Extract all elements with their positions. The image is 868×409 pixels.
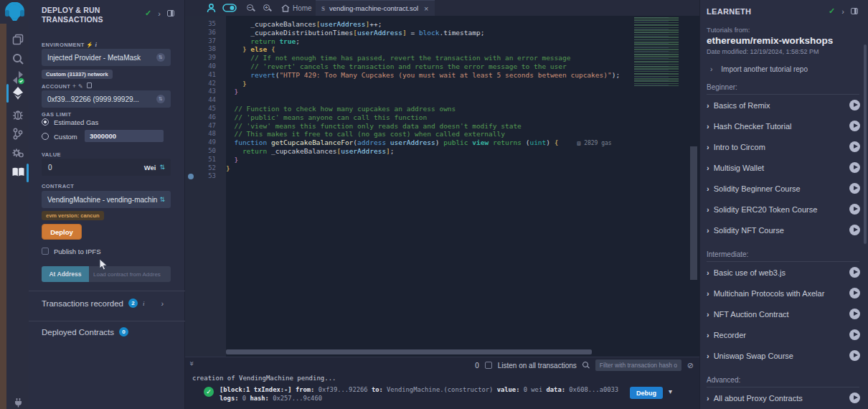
- clear-console-icon[interactable]: ⊘: [687, 361, 694, 370]
- tutorial-play-icon[interactable]: [849, 141, 860, 152]
- plugin-manager-icon[interactable]: [7, 144, 29, 161]
- tutorial-expand-icon: ›: [707, 352, 709, 360]
- vertical-scrollbar[interactable]: [690, 146, 697, 280]
- tutorial-item[interactable]: ›Basics of Remix: [700, 95, 868, 116]
- learneth-pin-icon[interactable]: [851, 8, 858, 14]
- tutorial-item[interactable]: ›Multisig Wallet: [700, 157, 868, 178]
- code-line: 39 // If not enough time has passed, rev…: [185, 54, 699, 62]
- tutorial-item[interactable]: ›Uniswap Swap Course: [700, 345, 868, 366]
- search-icon[interactable]: [7, 50, 29, 67]
- add-account-icon[interactable]: +: [72, 83, 77, 90]
- terminal-pending-line: creation of VendingMachine pending...: [192, 375, 336, 382]
- tutorial-item[interactable]: ›Recorder: [700, 324, 868, 345]
- transactions-expand-icon[interactable]: ›: [161, 299, 164, 308]
- value-input[interactable]: 0: [42, 164, 144, 171]
- account-settings-icon[interactable]: [156, 95, 165, 103]
- tutorial-item[interactable]: ›Multichain Protocols with Axelar: [700, 283, 868, 304]
- plugin-connector-icon[interactable]: [7, 393, 29, 409]
- learneth-scrollbar[interactable]: [864, 44, 867, 244]
- listen-all-checkbox[interactable]: [485, 362, 492, 369]
- transactions-recorded-label: Transactions recorded: [42, 299, 123, 308]
- tutorial-play-icon[interactable]: [849, 100, 860, 111]
- tx-log[interactable]: [block:1 txIndex:-] from: 0xf39...92266 …: [220, 386, 625, 403]
- file-explorer-icon[interactable]: [7, 31, 29, 48]
- deploy-run-icon[interactable]: [7, 85, 29, 102]
- solidity-compiler-icon[interactable]: [7, 69, 29, 86]
- deployed-contracts-row[interactable]: Deployed Contracts 0: [42, 327, 128, 337]
- debugger-icon[interactable]: [7, 105, 29, 123]
- estimated-gas-radio[interactable]: [42, 118, 49, 126]
- ai-toggle-icon[interactable]: [220, 0, 240, 16]
- tutorial-play-icon[interactable]: [849, 309, 860, 319]
- custom-gas-input[interactable]: [85, 130, 164, 142]
- tutorial-label: Multisig Wallet: [714, 164, 765, 172]
- terminal-filter-input[interactable]: [595, 359, 681, 371]
- tutorial-item[interactable]: ›All about Proxy Contracts: [700, 387, 868, 408]
- tutorial-play-icon[interactable]: [849, 392, 860, 403]
- environment-label: ENVIRONMENT ⚡ i: [42, 41, 97, 48]
- tutorial-play-icon[interactable]: [849, 225, 860, 235]
- environment-settings-icon[interactable]: [156, 53, 165, 62]
- remix-logo-icon[interactable]: [3, 2, 27, 22]
- tutorial-play-icon[interactable]: [849, 350, 860, 361]
- environment-info-icon[interactable]: i: [95, 41, 98, 48]
- tutorial-item[interactable]: ›Hash Checker Tutorial: [700, 116, 868, 136]
- custom-gas-radio[interactable]: [42, 133, 49, 140]
- zoom-in-icon[interactable]: +: [263, 4, 271, 12]
- source-control-icon[interactable]: [7, 125, 29, 142]
- run-script-icon[interactable]: [185, 0, 202, 16]
- tutorial-section-label: Intermediate:: [707, 250, 859, 262]
- publish-ipfs-checkbox[interactable]: [42, 248, 49, 255]
- tab-vending-machine-contract[interactable]: S vending-machine-contract.sol ×: [316, 0, 435, 16]
- tutorials-repo: ethereum/remix-workshops: [707, 35, 868, 46]
- tx-log-line2: logs: 0 hash: 0x257...9c460: [220, 395, 625, 403]
- edit-account-icon[interactable]: ✎: [78, 83, 83, 90]
- breakpoint-dot[interactable]: [188, 174, 194, 179]
- tutorial-play-icon[interactable]: [849, 162, 860, 173]
- home-icon[interactable]: [281, 0, 290, 16]
- tab-close-icon[interactable]: ×: [424, 4, 428, 13]
- tutorial-item[interactable]: ›Intro to Circom: [700, 136, 868, 157]
- tx-expand-icon[interactable]: ▾: [669, 387, 672, 395]
- account-label: ACCOUNT + ✎: [42, 83, 92, 90]
- value-input-group[interactable]: 0 Wei ⇅: [42, 159, 171, 176]
- panel-pin-icon[interactable]: [167, 10, 174, 17]
- tutorial-item[interactable]: ›Solidity NFT Course: [700, 220, 868, 240]
- tutorial-item[interactable]: ›Basic use of web3.js: [700, 262, 868, 283]
- at-address-button[interactable]: At Address: [42, 266, 89, 282]
- copy-account-icon[interactable]: [87, 83, 92, 88]
- tutorial-play-icon[interactable]: [849, 121, 860, 131]
- ai-assistant-icon[interactable]: [202, 0, 220, 16]
- deployed-contracts-label: Deployed Contracts: [42, 328, 114, 337]
- transactions-info-icon[interactable]: i: [143, 300, 145, 307]
- tutorial-item[interactable]: ›Solidity ERC20 Token Course: [700, 199, 868, 220]
- tutorial-section-label: Beginner:: [707, 83, 859, 95]
- contract-select[interactable]: VendingMachine - vending-machin ⇅: [42, 191, 171, 208]
- deploy-button[interactable]: Deploy: [42, 224, 82, 240]
- estimated-gas-label: Estimated Gas: [54, 118, 98, 126]
- transactions-recorded-row[interactable]: Transactions recorded 2 i ›: [42, 298, 164, 308]
- tutorial-play-icon[interactable]: [849, 329, 860, 340]
- deployed-count-badge: 0: [119, 327, 128, 337]
- horizontal-scrollbar[interactable]: [226, 349, 592, 354]
- tutorial-play-icon[interactable]: [849, 204, 860, 215]
- panel-collapse-icon[interactable]: ›: [158, 9, 161, 18]
- tutorial-play-icon[interactable]: [849, 288, 860, 298]
- debug-button[interactable]: Debug: [630, 387, 663, 399]
- minimap[interactable]: [634, 17, 686, 86]
- learneth-icon[interactable]: [7, 164, 29, 181]
- tutorial-expand-icon: ›: [707, 268, 709, 277]
- code-editor[interactable]: 35 _cupcakeBalances[userAddress]++;36 _c…: [185, 16, 699, 357]
- import-repo-row[interactable]: › Import another tutorial repo: [710, 65, 868, 73]
- tutorial-play-icon[interactable]: [849, 267, 860, 278]
- terminal-expand-icon[interactable]: »: [187, 361, 197, 366]
- learneth-collapse-icon[interactable]: ›: [841, 7, 844, 16]
- environment-select[interactable]: Injected Provider - MetaMask: [42, 49, 171, 66]
- value-unit-select[interactable]: Wei ⇅: [144, 164, 171, 171]
- home-label[interactable]: Home: [293, 4, 312, 12]
- tutorial-item[interactable]: ›NFT Auction Contract: [700, 304, 868, 324]
- account-select[interactable]: 0xf39...92266 (9999.99929...: [42, 90, 171, 108]
- tutorial-play-icon[interactable]: [849, 183, 860, 194]
- zoom-out-icon[interactable]: −: [247, 4, 255, 12]
- tutorial-item[interactable]: ›Solidity Beginner Course: [700, 178, 868, 199]
